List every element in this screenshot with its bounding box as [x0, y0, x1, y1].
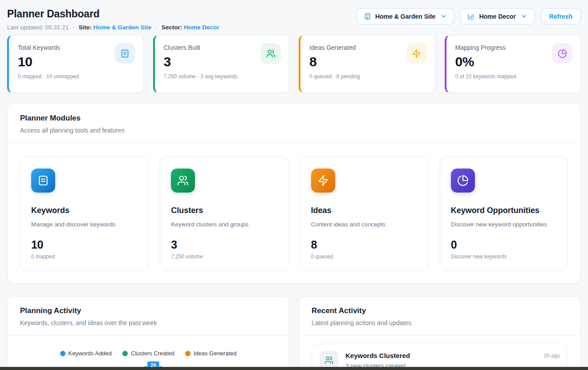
stat-card-mapping-progress: Mapping Progress 0% 0 of 10 keywords map… — [445, 35, 581, 93]
last-updated-value: 05:31:21 — [45, 24, 69, 31]
recent-activity-header: Recent Activity Latest planning actions … — [299, 297, 580, 335]
header-actions: Home & Garden Site Home Decor Refresh — [357, 8, 581, 24]
site-selector-dropdown[interactable]: Home & Garden Site — [357, 8, 454, 24]
planning-activity-header: Planning Activity Keywords, clusters, an… — [8, 297, 289, 335]
site-meta: Site: Home & Garden Site — [79, 24, 152, 31]
legend-dot-icon — [185, 351, 191, 356]
document-icon — [31, 169, 55, 193]
legend-dot-icon — [60, 351, 65, 356]
stat-sub: 0 of 10 keywords mapped — [455, 73, 572, 80]
module-title: Clusters — [171, 206, 277, 215]
module-value: 3 — [171, 238, 277, 251]
stat-sub: 7,250 volume · 3 avg keywords — [164, 73, 280, 80]
recent-activity-title: Recent Activity — [312, 306, 568, 315]
module-value: 10 — [31, 238, 137, 251]
sector-meta: Sector: Home Decor — [162, 24, 219, 31]
activity-body: Keywords Clustered 3 new clusters create… — [345, 351, 536, 369]
building-icon — [364, 12, 371, 20]
site-label: Site: — [79, 24, 92, 31]
stat-sub: 0 mapped · 10 unmapped — [18, 73, 134, 80]
legend-label: Keywords Added — [69, 350, 112, 357]
chart-legend: Keywords Added Clusters Created Ideas Ge… — [8, 350, 289, 357]
stat-card-total-keywords: Total Keywords 10 0 mapped · 10 unmapped — [7, 35, 144, 93]
planning-activity-panel: Planning Activity Keywords, clusters, an… — [7, 296, 289, 370]
chevron-down-icon — [521, 13, 527, 20]
divider — [8, 335, 289, 336]
stat-card-ideas-generated: Ideas Generated 8 0 queued · 8 pending — [299, 35, 435, 93]
planning-activity-title: Planning Activity — [20, 306, 276, 315]
module-value: 8 — [311, 238, 417, 251]
page-header: Planner Dashboard Last updated: 05:31:21… — [7, 0, 581, 31]
page-title: Planner Dashboard — [7, 8, 219, 20]
legend-label: Clusters Created — [131, 350, 174, 357]
bolt-icon — [406, 43, 427, 64]
legend-item-clusters-created[interactable]: Clusters Created — [122, 350, 174, 357]
module-card-keywords[interactable]: Keywords Manage and discover keywords 10… — [20, 157, 148, 271]
pie-chart-icon — [451, 169, 475, 193]
sector-selector-dropdown[interactable]: Home Decor — [460, 8, 534, 24]
module-title: Ideas — [311, 206, 417, 215]
sector-link[interactable]: Home Decor — [184, 24, 219, 31]
module-desc: Keyword clusters and groups — [171, 221, 277, 228]
document-icon — [115, 43, 135, 64]
meta-separator: · — [73, 24, 75, 31]
header-left: Planner Dashboard Last updated: 05:31:21… — [7, 8, 219, 31]
bar-chart-icon — [467, 12, 475, 20]
pie-chart-icon — [552, 43, 572, 64]
module-title: Keywords — [31, 206, 137, 215]
legend-item-ideas-generated[interactable]: Ideas Generated — [185, 350, 237, 357]
planner-modules-panel: Planner Modules Access all planning tool… — [7, 103, 581, 284]
module-value: 0 — [451, 238, 557, 251]
stat-card-clusters-built: Clusters Built 3 7,250 volume · 3 avg ke… — [153, 35, 290, 93]
site-link[interactable]: Home & Garden Site — [93, 24, 152, 31]
modules-grid: Keywords Manage and discover keywords 10… — [8, 144, 580, 283]
activity-list: Keywords Clustered 3 new clusters create… — [299, 336, 580, 370]
bottom-row: Planning Activity Keywords, clusters, an… — [7, 296, 581, 370]
modules-panel-header: Planner Modules Access all planning tool… — [8, 103, 580, 144]
users-icon — [260, 43, 281, 64]
planning-activity-subtitle: Keywords, clusters, and ideas over the p… — [20, 319, 276, 326]
last-updated-text: Last updated: 05:31:21 — [7, 24, 69, 31]
page-meta: Last updated: 05:31:21 · Site: Home & Ga… — [7, 24, 219, 31]
activity-item-keywords-clustered: Keywords Clustered 3 new clusters create… — [312, 344, 568, 370]
modules-subtitle: Access all planning tools and features — [20, 127, 568, 134]
recent-activity-subtitle: Latest planning actions and updates — [312, 319, 568, 326]
module-sub: 7,250 volume — [171, 253, 277, 260]
module-desc: Manage and discover keywords — [31, 221, 137, 228]
module-title: Keyword Opportunities — [451, 206, 557, 215]
module-sub: Discover new keywords — [451, 253, 557, 260]
last-updated-label: Last updated: — [7, 24, 44, 31]
module-desc: Content ideas and concepts — [311, 221, 417, 228]
legend-label: Ideas Generated — [194, 350, 237, 357]
refresh-button[interactable]: Refresh — [541, 8, 581, 24]
legend-dot-icon — [122, 351, 128, 356]
module-card-ideas[interactable]: Ideas Content ideas and concepts 8 0 que… — [300, 157, 428, 271]
bolt-icon — [311, 169, 335, 193]
module-sub: 0 queued — [311, 253, 417, 260]
meta-separator: · — [155, 24, 158, 31]
legend-item-keywords-added[interactable]: Keywords Added — [60, 350, 112, 357]
planner-dashboard-page: Planner Dashboard Last updated: 05:31:21… — [0, 0, 588, 370]
chevron-down-icon — [440, 13, 447, 20]
activity-title: Keywords Clustered — [345, 352, 536, 359]
sector-selector-label: Home Decor — [479, 13, 515, 20]
modules-title: Planner Modules — [20, 114, 568, 123]
module-card-keyword-opportunities[interactable]: Keyword Opportunities Discover new keywo… — [440, 157, 568, 271]
module-sub: 0 mapped — [31, 253, 137, 260]
module-card-clusters[interactable]: Clusters Keyword clusters and groups 3 7… — [160, 157, 288, 271]
recent-activity-panel: Recent Activity Latest planning actions … — [299, 296, 581, 370]
users-icon — [171, 169, 195, 193]
stat-sub: 0 queued · 8 pending — [309, 73, 426, 80]
activity-timestamp: 2h ago — [543, 351, 560, 359]
module-desc: Discover new keyword opportunities — [451, 221, 557, 228]
site-selector-label: Home & Garden Site — [375, 13, 435, 20]
taskbar-edge-strip — [0, 367, 588, 370]
stats-row: Total Keywords 10 0 mapped · 10 unmapped… — [7, 35, 581, 93]
sector-label: Sector: — [162, 24, 182, 31]
